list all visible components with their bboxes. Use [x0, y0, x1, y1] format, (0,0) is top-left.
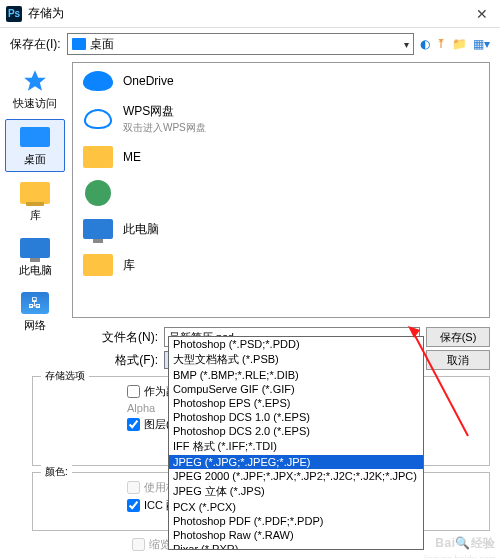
back-icon[interactable]: ◐ — [420, 37, 430, 51]
place-quick-access[interactable]: 快速访问 — [5, 64, 65, 115]
browse-area: 快速访问 桌面 库 此电脑 🖧 网络 OneDrive WPS网盘 双击进入 — [0, 60, 500, 320]
pc-icon — [19, 235, 51, 261]
format-option[interactable]: Photoshop PDF (*.PDF;*.PDP) — [169, 514, 423, 528]
format-option[interactable]: CompuServe GIF (*.GIF) — [169, 382, 423, 396]
filename-label: 文件名(N): — [100, 329, 158, 346]
layers-checkbox[interactable] — [127, 418, 140, 431]
cancel-button[interactable]: 取消 — [426, 350, 490, 370]
item-name: 此电脑 — [123, 221, 159, 238]
format-option[interactable]: JPEG 2000 (*.JPF;*.JPX;*.JP2;*.J2C;*.J2K… — [169, 469, 423, 483]
close-icon[interactable]: ✕ — [470, 6, 494, 22]
svg-marker-0 — [24, 70, 46, 91]
save-in-value: 桌面 — [90, 36, 114, 53]
watermark-url: jingyan.baidu.com — [423, 554, 496, 558]
item-name: OneDrive — [123, 74, 174, 88]
item-name: WPS网盘 — [123, 103, 206, 120]
format-dropdown[interactable]: Photoshop (*.PSD;*.PDD)大型文档格式 (*.PSB)BMP… — [168, 336, 424, 550]
item-sub: 双击进入WPS网盘 — [123, 121, 206, 135]
item-name: 库 — [123, 257, 135, 274]
format-option[interactable]: Photoshop Raw (*.RAW) — [169, 528, 423, 542]
folder-icon — [81, 143, 115, 171]
icc-checkbox[interactable] — [127, 499, 140, 512]
format-option[interactable]: Photoshop DCS 1.0 (*.EPS) — [169, 410, 423, 424]
format-option[interactable]: JPEG (*.JPG;*.JPEG;*.JPE) — [169, 455, 423, 469]
format-label: 格式(F): — [100, 352, 158, 369]
format-option[interactable]: Photoshop (*.PSD;*.PDD) — [169, 337, 423, 351]
up-icon[interactable]: ⤒ — [436, 37, 446, 51]
chevron-down-icon: ▾ — [404, 39, 409, 50]
list-item[interactable]: ME — [73, 139, 489, 175]
watermark: Bai🔍经验 — [435, 535, 496, 552]
list-item[interactable]: 库 — [73, 247, 489, 283]
group-title: 存储选项 — [41, 369, 89, 383]
group-title: 颜色: — [41, 465, 72, 479]
network-icon: 🖧 — [19, 290, 51, 316]
format-option[interactable]: PCX (*.PCX) — [169, 500, 423, 514]
list-item[interactable]: OneDrive — [73, 63, 489, 99]
format-option[interactable]: Photoshop EPS (*.EPS) — [169, 396, 423, 410]
format-option[interactable]: Pixar (*.PXR) — [169, 542, 423, 550]
save-in-select[interactable]: 桌面 ▾ — [67, 33, 414, 55]
app-icon: Ps — [6, 6, 22, 22]
place-library[interactable]: 库 — [5, 176, 65, 227]
save-button[interactable]: 保存(S) — [426, 327, 490, 347]
library-icon — [19, 180, 51, 206]
file-list[interactable]: OneDrive WPS网盘 双击进入WPS网盘 ME 此电脑 库 — [72, 62, 490, 318]
desktop-icon — [19, 124, 51, 150]
titlebar: Ps 存储为 ✕ — [0, 0, 500, 28]
star-icon — [19, 68, 51, 94]
view-icon[interactable]: ▦▾ — [473, 37, 490, 51]
save-in-label: 保存在(I): — [10, 36, 61, 53]
places-bar: 快速访问 桌面 库 此电脑 🖧 网络 — [0, 60, 70, 320]
save-in-row: 保存在(I): 桌面 ▾ ◐ ⤒ 📁 ▦▾ — [0, 28, 500, 60]
onedrive-icon — [81, 67, 115, 95]
item-name: ME — [123, 150, 141, 164]
copy-checkbox[interactable] — [127, 385, 140, 398]
place-label: 网络 — [24, 318, 46, 333]
folder-icon — [81, 251, 115, 279]
list-item[interactable]: 此电脑 — [73, 211, 489, 247]
folder-icon — [72, 38, 86, 50]
wps-icon — [81, 105, 115, 133]
pc-icon — [81, 215, 115, 243]
user-icon — [81, 179, 115, 207]
format-option[interactable]: Photoshop DCS 2.0 (*.EPS) — [169, 424, 423, 438]
place-label: 此电脑 — [19, 263, 52, 278]
place-network[interactable]: 🖧 网络 — [5, 286, 65, 337]
toolbar-icons: ◐ ⤒ 📁 ▦▾ — [420, 37, 490, 51]
place-label: 库 — [30, 208, 41, 223]
proof-checkbox[interactable] — [127, 481, 140, 494]
list-item[interactable] — [73, 175, 489, 211]
opt-label: Alpha — [127, 402, 155, 414]
format-option[interactable]: IFF 格式 (*.IFF;*.TDI) — [169, 438, 423, 455]
format-option[interactable]: JPEG 立体 (*.JPS) — [169, 483, 423, 500]
window-title: 存储为 — [28, 5, 470, 22]
new-folder-icon[interactable]: 📁 — [452, 37, 467, 51]
place-label: 快速访问 — [13, 96, 57, 111]
place-label: 桌面 — [24, 152, 46, 167]
place-desktop[interactable]: 桌面 — [5, 119, 65, 172]
thumbnail-checkbox[interactable] — [132, 538, 145, 551]
format-option[interactable]: BMP (*.BMP;*.RLE;*.DIB) — [169, 368, 423, 382]
place-this-pc[interactable]: 此电脑 — [5, 231, 65, 282]
list-item[interactable]: WPS网盘 双击进入WPS网盘 — [73, 99, 489, 139]
format-option[interactable]: 大型文档格式 (*.PSB) — [169, 351, 423, 368]
